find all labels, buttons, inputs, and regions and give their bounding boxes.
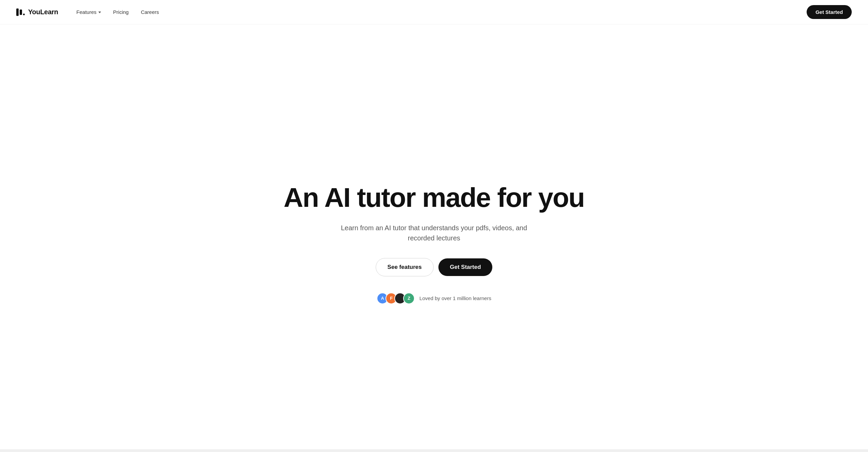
nav-links: Features Pricing Careers	[72, 6, 163, 18]
nav-careers-link[interactable]: Careers	[136, 6, 163, 18]
get-started-button[interactable]: Get Started	[438, 258, 493, 276]
logo-dot	[23, 14, 25, 15]
logo-bar-tall	[16, 8, 19, 16]
hero-section: An AI tutor made for you Learn from an A…	[0, 24, 868, 449]
navbar: YouLearn Features Pricing Careers Get St…	[0, 0, 868, 24]
logo[interactable]: YouLearn	[16, 8, 58, 16]
nav-features-link[interactable]: Features	[72, 6, 105, 18]
logo-text: YouLearn	[28, 8, 58, 16]
nav-pricing-link[interactable]: Pricing	[108, 6, 134, 18]
chevron-down-icon	[98, 12, 101, 13]
social-proof-text: Loved by over 1 million learners	[419, 295, 491, 301]
logo-bar-short	[20, 9, 22, 15]
hero-subtitle: Learn from an AI tutor that understands …	[329, 223, 539, 243]
pricing-label: Pricing	[113, 9, 129, 15]
features-label: Features	[76, 9, 96, 15]
avatars-group: A F Z	[377, 293, 415, 304]
nav-left: YouLearn Features Pricing Careers	[16, 6, 164, 18]
footer-bar	[0, 449, 868, 452]
nav-get-started-button[interactable]: Get Started	[807, 5, 852, 19]
social-proof: A F Z Loved by over 1 million learners	[377, 293, 491, 304]
hero-buttons: See features Get Started	[376, 258, 493, 276]
careers-label: Careers	[141, 9, 159, 15]
see-features-button[interactable]: See features	[376, 258, 434, 276]
avatar-4: Z	[403, 293, 415, 304]
logo-icon	[16, 8, 25, 16]
hero-title: An AI tutor made for you	[284, 183, 585, 212]
